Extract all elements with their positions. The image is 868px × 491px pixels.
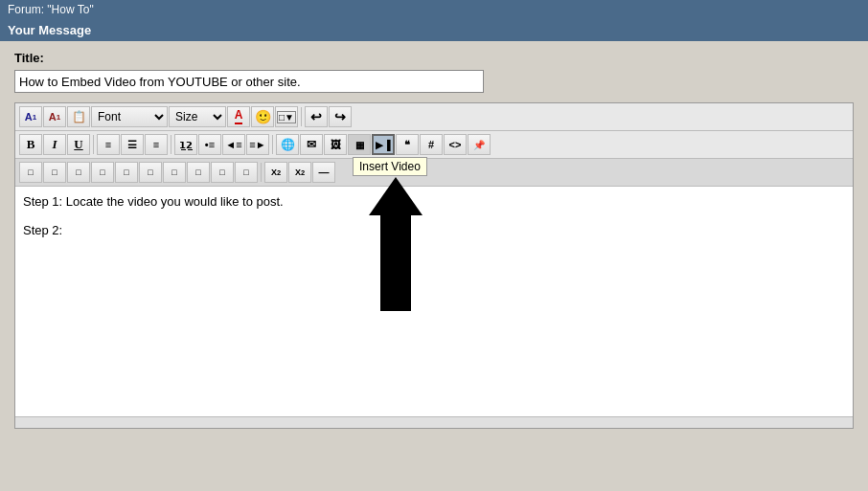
insert-special-button[interactable]: □▼ [275,106,298,127]
redo-button[interactable]: ↪ [329,106,352,127]
tb3-btn9[interactable]: □ [211,162,234,183]
superscript-button[interactable]: X2 [288,162,311,183]
horizontal-scrollbar[interactable] [15,416,853,428]
tb3-btn1[interactable]: □ [19,162,42,183]
bold-button[interactable]: B [19,134,42,155]
insert-video-button[interactable]: ▶▐ [372,134,395,155]
toolbar-row-2: B I U ≡ ☰ ≡ 1̲2̲ •≡ [15,131,853,159]
font-style-button-1[interactable]: A1 [19,106,42,127]
editor-content-area[interactable]: Step 1: Locate the video you would like … [15,187,853,416]
ordered-list-button[interactable]: 1̲2̲ [174,134,197,155]
editor-line-1: Step 1: Locate the video you would like … [23,194,845,209]
tb3-btn6[interactable]: □ [139,162,162,183]
main-container: Title: A1 A1 📋 Font Arial Times New Roma… [0,41,868,491]
align-right-button[interactable]: ≡ [145,134,168,155]
insert-video-wrapper: ▶▐ Insert Video [372,134,395,155]
indent-increase-button[interactable]: ≡► [246,134,269,155]
editor-line-2: Step 2: [23,223,845,237]
tb3-btn2[interactable]: □ [43,162,66,183]
font-style-button-2[interactable]: A1 [43,106,66,127]
hr-button[interactable]: — [312,162,335,183]
toolbar-row-1: A1 A1 📋 Font Arial Times New Roman Couri… [15,103,853,131]
editor-container: A1 A1 📋 Font Arial Times New Roman Couri… [14,102,854,429]
separator-5 [261,163,262,182]
insert-email-button[interactable]: ✉ [300,134,323,155]
insert-link-button[interactable]: 🌐 [276,134,299,155]
separator-3 [171,135,171,154]
your-message-header: Your Message [0,19,868,41]
font-select[interactable]: Font Arial Times New Roman Courier Verda… [91,106,168,127]
separator-2 [93,135,94,154]
copy-button[interactable]: 📋 [67,106,90,127]
forum-bar-text: Forum: "How To" [8,3,94,16]
forum-bar: Forum: "How To" [0,0,868,19]
separator-1 [301,107,302,126]
tb3-btn10[interactable]: □ [235,162,258,183]
tb3-btn8[interactable]: □ [187,162,210,183]
insert-hash-button[interactable]: # [420,134,443,155]
underline-button[interactable]: U [67,134,90,155]
undo-button[interactable]: ↩ [305,106,328,127]
emoji-button[interactable]: 🙂 [251,106,274,127]
align-left-button[interactable]: ≡ [97,134,120,155]
insert-misc-button[interactable]: 📌 [468,134,491,155]
title-input[interactable] [14,70,484,93]
unordered-list-button[interactable]: •≡ [198,134,221,155]
align-center-button[interactable]: ☰ [121,134,144,155]
italic-button[interactable]: I [43,134,66,155]
toolbar-row-3: □ □ □ □ □ □ □ □ □ □ X2 X2 — [15,159,853,187]
tb3-btn7[interactable]: □ [163,162,186,183]
indent-decrease-button[interactable]: ◄≡ [222,134,245,155]
title-label: Title: [14,51,854,65]
separator-4 [272,135,273,154]
tb3-btn5[interactable]: □ [115,162,138,183]
tb3-btn3[interactable]: □ [67,162,90,183]
code-button[interactable]: <> [444,134,467,155]
insert-image-button[interactable]: 🖼 [324,134,347,155]
tb3-btn4[interactable]: □ [91,162,114,183]
subscript-button[interactable]: X2 [264,162,287,183]
font-color-button[interactable]: A [227,106,250,127]
insert-table-button[interactable]: ▦ [348,134,371,155]
insert-quote-button[interactable]: ❝ [396,134,419,155]
size-select[interactable]: Size 8 10 12 14 18 24 36 [169,106,226,127]
